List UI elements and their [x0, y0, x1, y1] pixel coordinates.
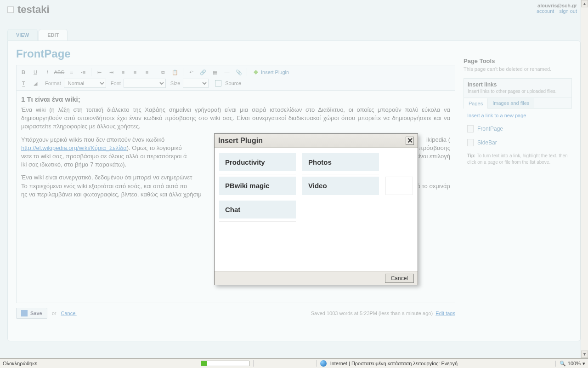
- page-tools-sub: This page can't be deleted or renamed.: [464, 66, 572, 72]
- underline-button[interactable]: U: [30, 68, 40, 77]
- link-frontpage-label: FrontPage: [477, 126, 503, 132]
- link-sidebar[interactable]: SideBar: [467, 139, 568, 146]
- source-icon: [215, 80, 221, 86]
- insert-links-sub: Insert links to other pages or uploaded …: [468, 89, 568, 94]
- hr-button[interactable]: ―: [222, 68, 232, 77]
- globe-icon: [320, 360, 327, 367]
- textcolor-button[interactable]: T̲: [18, 79, 28, 88]
- plugin-icon: [253, 69, 259, 75]
- plugin-cat-empty[interactable]: [385, 177, 413, 195]
- indent-button[interactable]: ⇥: [106, 68, 116, 77]
- link-sidebar-label: SideBar: [477, 139, 497, 146]
- format-select[interactable]: Normal: [64, 79, 106, 88]
- wiki-title: testaki: [17, 4, 50, 16]
- tab-view[interactable]: VIEW: [7, 29, 38, 40]
- zoom-control[interactable]: 🔍 100% ▾: [555, 361, 585, 367]
- bold-button[interactable]: B: [18, 68, 28, 77]
- insert-new-page-link[interactable]: Insert a link to a new page: [467, 113, 526, 118]
- browser-statusbar: Ολοκληρώθηκε Internet | Προστατευμένη κα…: [0, 358, 588, 368]
- save-button[interactable]: Save: [16, 308, 47, 319]
- dialog-close-button[interactable]: ✕: [406, 137, 414, 145]
- insert-links-title: Insert links: [468, 81, 497, 88]
- insert-plugin-dialog: Insert Plugin ✕ Productivity Photos PBwi…: [214, 133, 418, 285]
- link-button[interactable]: 🔗: [198, 68, 208, 77]
- subtab-pages[interactable]: Pages: [464, 98, 488, 109]
- strike-button[interactable]: ABC: [54, 68, 64, 77]
- align-right-button[interactable]: ≡: [142, 68, 152, 77]
- zoom-value: 100%: [568, 361, 581, 366]
- dialog-title: Insert Plugin: [218, 137, 263, 145]
- insert-plugin-button[interactable]: Insert Plugin: [250, 69, 292, 75]
- tab-edit[interactable]: EDIT: [39, 29, 68, 40]
- subtab-images[interactable]: Images and files: [488, 98, 534, 108]
- page-icon: [467, 139, 474, 146]
- link-frontpage[interactable]: FrontPage: [467, 125, 568, 132]
- close-icon: ✕: [407, 136, 413, 145]
- content-heading: 1 Τι είναι ένα wiki;: [21, 94, 450, 104]
- edit-tags-link[interactable]: Edit tags: [435, 310, 455, 316]
- paste-button[interactable]: 📋: [170, 68, 180, 77]
- table-button[interactable]: ▦: [210, 68, 220, 77]
- page-title: FrontPage: [16, 47, 455, 60]
- source-button[interactable]: Source: [225, 80, 241, 86]
- scroll-down-icon[interactable]: ▼: [581, 351, 588, 358]
- page-icon: [467, 125, 474, 132]
- tip-text: Tip: To turn text into a link, highlight…: [467, 153, 568, 166]
- dialog-cancel-button[interactable]: Cancel: [385, 274, 414, 283]
- disk-icon: [21, 310, 28, 316]
- status-done: Ολοκληρώθηκε: [3, 361, 37, 366]
- plugin-cat-pbwiki[interactable]: PBwiki magic: [219, 177, 296, 195]
- home-icon[interactable]: [7, 6, 14, 13]
- font-label: Font: [111, 80, 121, 86]
- chevron-down-icon: ▾: [582, 361, 585, 367]
- bgcolor-button[interactable]: ◢: [30, 79, 40, 88]
- save-label: Save: [30, 310, 42, 316]
- vertical-scrollbar[interactable]: ▲ ▼: [581, 0, 588, 358]
- or-text: or: [52, 310, 57, 316]
- progress-bar: [201, 361, 249, 366]
- size-select[interactable]: [183, 79, 209, 88]
- insert-links-box: Insert links Insert links to other pages…: [464, 78, 572, 109]
- wikipedia-link[interactable]: http://el.wikipedia.org/wiki/Κύρια_Σελίδ…: [21, 144, 127, 151]
- cancel-link[interactable]: Cancel: [61, 310, 76, 316]
- attach-button[interactable]: 📎: [234, 68, 244, 77]
- plugin-cat-chat[interactable]: Chat: [219, 201, 296, 218]
- font-select[interactable]: [124, 79, 166, 88]
- scroll-up-icon[interactable]: ▲: [581, 0, 588, 7]
- align-left-button[interactable]: ≡: [118, 68, 128, 77]
- user-email: alouvris@sch.gr: [537, 3, 577, 8]
- size-label: Size: [170, 80, 180, 86]
- account-link[interactable]: account: [537, 8, 554, 14]
- user-area: alouvris@sch.gr account sign out: [533, 3, 577, 14]
- status-zone: Internet | Προστατευμένη κατάσταση λειτο…: [330, 361, 458, 366]
- content-p1: Ένα wiki (η λέξη στη τοπική διάλεκτο της…: [21, 106, 450, 131]
- save-status: Saved 1003 words at 5:23PM (less than a …: [311, 310, 433, 316]
- outdent-button[interactable]: ⇤: [94, 68, 104, 77]
- plugin-cat-photos[interactable]: Photos: [302, 153, 379, 171]
- zoom-icon: 🔍: [560, 361, 566, 367]
- signout-link[interactable]: sign out: [559, 8, 577, 14]
- editor-toolbar: B U I ABC ≣ •≡ ⇤ ⇥ ≡ ≡ ≡ ⧉ 📋 ↶: [16, 65, 455, 91]
- page-tools-title: Page Tools: [464, 58, 572, 64]
- undo-button[interactable]: ↶: [186, 68, 196, 77]
- insert-plugin-label: Insert Plugin: [261, 69, 289, 75]
- plugin-cat-video[interactable]: Video: [302, 177, 379, 195]
- copy-button[interactable]: ⧉: [158, 68, 168, 77]
- plugin-cat-productivity[interactable]: Productivity: [219, 153, 296, 171]
- format-label: Format: [45, 80, 61, 86]
- align-center-button[interactable]: ≡: [130, 68, 140, 77]
- unordered-list-button[interactable]: •≡: [78, 68, 88, 77]
- italic-button[interactable]: I: [42, 68, 52, 77]
- ordered-list-button[interactable]: ≣: [66, 68, 76, 77]
